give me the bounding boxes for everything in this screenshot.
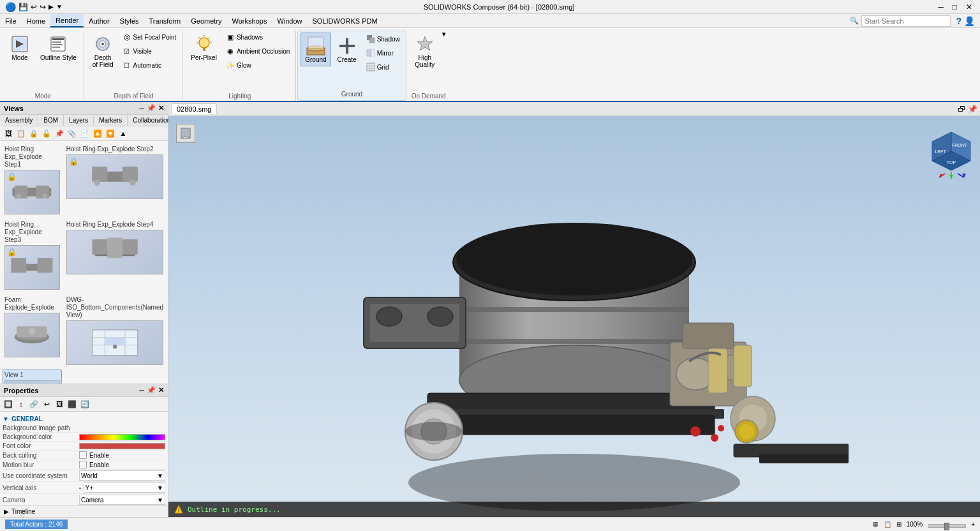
tb-btn-5[interactable]: 📌 — [54, 128, 65, 139]
prop-camera-dropdown[interactable]: Camera ▼ — [79, 495, 165, 505]
menu-file[interactable]: File — [0, 14, 22, 27]
ground-button[interactable]: Ground — [301, 33, 330, 66]
views-pin[interactable]: 📌 — [147, 104, 156, 112]
views-minimize[interactable]: ─ — [139, 104, 144, 112]
tb-btn-7[interactable]: 📄 — [79, 128, 91, 139]
ambient-icon: ◉ — [226, 47, 235, 56]
zoom-thumb[interactable] — [944, 523, 949, 530]
tab-markers[interactable]: Markers — [94, 115, 128, 126]
views-close[interactable]: ✕ — [158, 104, 164, 112]
tb-btn-6[interactable]: 📎 — [66, 128, 78, 139]
account-icon[interactable]: 👤 — [964, 16, 975, 26]
menu-render[interactable]: Render — [50, 14, 84, 27]
automatic-checkbox[interactable]: ☐ Automatic — [119, 59, 165, 71]
back-culling-checkbox[interactable] — [79, 451, 87, 459]
view-item-0[interactable]: Hoist Ring Exp_Explode Step1 🔒 — [3, 144, 62, 216]
viewport[interactable]: 02800.smg 🗗 📌 — [168, 102, 980, 517]
props-tb-4[interactable]: ↩ — [41, 398, 52, 410]
tab-bom[interactable]: BOM — [38, 115, 64, 126]
prop-font-color-value[interactable] — [79, 443, 165, 449]
tb-btn-9[interactable]: 🔽 — [105, 128, 116, 139]
menu-home[interactable]: Home — [22, 14, 50, 27]
maximize-button[interactable]: □ — [950, 3, 960, 11]
prop-coord-dropdown[interactable]: World ▼ — [79, 470, 165, 481]
tb-btn-3[interactable]: 🔒 — [28, 128, 40, 139]
tb-btn-10[interactable]: ▲ — [117, 128, 129, 139]
viewport-restore[interactable]: 🗗 — [958, 105, 965, 114]
props-minimize[interactable]: ─ — [139, 386, 144, 394]
depth-of-field-button[interactable]: Depthof Field — [88, 31, 118, 71]
visible-checkbox[interactable]: ☑ Visible — [119, 45, 155, 57]
props-tb-5[interactable]: 🖼 — [54, 398, 65, 410]
prop-motion-blur-value: Enable — [79, 461, 165, 468]
quick-access-toolbar[interactable]: 🔵 💾 ↩ ↪ ▶ ▼ — [5, 2, 63, 12]
vert-axis-dropdown[interactable]: Y+ ▼ — [84, 482, 165, 493]
nav-cube[interactable]: FRONT LEFT TOP — [929, 129, 967, 167]
tab-assembly[interactable]: Assembly — [0, 115, 38, 126]
props-tb-7[interactable]: 🔄 — [79, 398, 91, 410]
more-btn[interactable]: ▼ — [56, 3, 63, 10]
menu-transform[interactable]: Transform — [144, 14, 186, 27]
props-pin[interactable]: 📌 — [147, 386, 156, 394]
menu-geometry[interactable]: Geometry — [186, 14, 226, 27]
prop-bg-color-value[interactable] — [79, 434, 165, 440]
outline-style-button[interactable]: Outline Style — [36, 31, 81, 64]
props-tb-1[interactable]: 🔲 — [3, 398, 14, 410]
high-quality-button[interactable]: HighQuality — [410, 31, 440, 71]
shadows-button[interactable]: ▣ Shadows — [223, 31, 266, 43]
tab-layers[interactable]: Layers — [64, 115, 94, 126]
props-tb-2[interactable]: ↕ — [15, 398, 27, 410]
search-input[interactable] — [861, 15, 951, 27]
zoom-slider[interactable] — [928, 524, 966, 528]
bg-color-gradient[interactable] — [79, 434, 165, 440]
viewport-tab-label[interactable]: 02800.smg — [171, 103, 217, 114]
viewport-content[interactable]: FRONT LEFT TOP ! Outline — [168, 116, 980, 517]
menu-styles[interactable]: Styles — [115, 14, 144, 27]
tb-btn-2[interactable]: 📋 — [15, 128, 27, 139]
view-thumb-5 — [66, 320, 163, 365]
window-controls[interactable]: ─ □ ✕ — [935, 3, 975, 11]
menu-window[interactable]: Window — [272, 14, 307, 27]
play-btn[interactable]: ▶ — [48, 3, 54, 10]
menu-solidworks-pdm[interactable]: SOLIDWORKS PDM — [308, 14, 383, 27]
view-item-5[interactable]: DWG-ISO_Bottom_Components(Named View) — [64, 294, 165, 367]
help-button[interactable]: ? — [956, 16, 961, 26]
mirror-btn[interactable]: Mirror — [363, 47, 397, 59]
svg-point-94 — [690, 426, 701, 437]
close-button[interactable]: ✕ — [963, 3, 975, 11]
undo-btn[interactable]: ↩ — [31, 3, 37, 11]
zoom-in[interactable]: + — [971, 521, 975, 528]
minimize-button[interactable]: ─ — [935, 3, 946, 11]
motion-blur-checkbox[interactable] — [79, 461, 87, 468]
menu-workshops[interactable]: Workshops — [227, 14, 272, 27]
create-button[interactable]: Create — [332, 33, 362, 66]
tb-btn-4[interactable]: 🔓 — [41, 128, 52, 139]
view-item-6[interactable]: View 1 — [3, 370, 62, 384]
mode-button[interactable]: Mode — [5, 31, 34, 64]
ondemand-dropdown[interactable]: ▼ — [441, 31, 447, 38]
view-item-1[interactable]: Hoist Ring Exp_Explode Step2 🔒 — [64, 144, 165, 216]
shadow-btn[interactable]: Shadow — [363, 33, 403, 45]
set-focal-point-button[interactable]: ◎ Set Focal Point — [119, 31, 180, 43]
props-tb-3[interactable]: 🔗 — [28, 398, 40, 410]
menu-author[interactable]: Author — [84, 14, 114, 27]
tb-btn-8[interactable]: 🔼 — [92, 128, 103, 139]
props-general-header[interactable]: ▼ GENERAL — [3, 414, 165, 424]
view-item-4[interactable]: Foam Explode_Explode — [3, 294, 62, 367]
viewport-pin[interactable]: 📌 — [968, 105, 977, 114]
per-pixel-button[interactable]: Per-Pixel — [186, 31, 221, 64]
save-btn[interactable]: 💾 — [19, 3, 28, 11]
timeline-bar[interactable]: ▶ Timeline — [0, 505, 168, 517]
view-item-2[interactable]: Hoist Ring Exp_Explode Step3 🔒 — [3, 219, 62, 292]
grid-btn[interactable]: Grid — [363, 61, 392, 73]
ambient-occlusion-button[interactable]: ◉ Ambient Occlusion — [223, 45, 293, 57]
font-color-bar[interactable] — [79, 443, 165, 449]
props-close[interactable]: ✕ — [158, 386, 164, 394]
glow-button[interactable]: ✨ Glow — [223, 59, 255, 71]
lighting-group-title: Lighting — [186, 91, 293, 101]
redo-btn[interactable]: ↪ — [40, 3, 46, 11]
props-tb-6[interactable]: ⬛ — [66, 398, 78, 410]
shadow-icon2 — [366, 34, 375, 43]
tb-btn-1[interactable]: 🖼 — [3, 128, 14, 139]
view-item-3[interactable]: Hoist Ring Exp_Explode Step4 — [64, 219, 165, 292]
